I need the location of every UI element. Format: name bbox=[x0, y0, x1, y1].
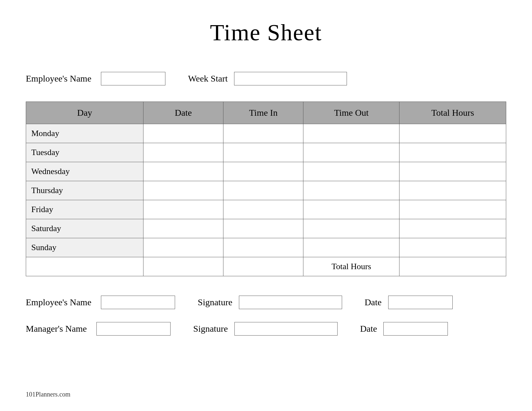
date-cell[interactable] bbox=[143, 143, 223, 162]
employee-sig-group: Signature bbox=[198, 296, 342, 309]
day-cell: Saturday bbox=[26, 219, 143, 238]
bottom-fields: Employee's Name Signature Date Manager's… bbox=[26, 296, 506, 336]
week-start-group: Week Start bbox=[188, 72, 347, 85]
timeout-cell[interactable] bbox=[303, 238, 399, 257]
employee-date-input[interactable] bbox=[388, 296, 453, 309]
employee-signature-label: Signature bbox=[198, 297, 232, 308]
timein-cell[interactable] bbox=[223, 238, 303, 257]
manager-signature-input[interactable] bbox=[234, 322, 338, 336]
manager-signature-label: Signature bbox=[193, 324, 228, 334]
table-row: Saturday bbox=[26, 219, 506, 238]
col-header-day: Day bbox=[26, 102, 143, 124]
employee-signature-input[interactable] bbox=[239, 296, 342, 309]
bottom-employee-name-input[interactable] bbox=[101, 296, 175, 309]
employee-date-label: Date bbox=[365, 297, 382, 308]
table-row: Tuesday bbox=[26, 143, 506, 162]
manager-date-group: Date bbox=[360, 322, 448, 336]
manager-sig-group: Signature bbox=[193, 322, 337, 336]
day-cell: Friday bbox=[26, 200, 143, 219]
week-start-input[interactable] bbox=[234, 72, 347, 85]
total-empty-3 bbox=[223, 257, 303, 276]
timeout-cell[interactable] bbox=[303, 162, 399, 181]
page: Time Sheet Employee's Name Week Start Da… bbox=[0, 0, 532, 411]
table-row: Monday bbox=[26, 124, 506, 143]
totalhours-cell[interactable] bbox=[399, 143, 506, 162]
week-start-label: Week Start bbox=[188, 73, 228, 84]
table-row: Sunday bbox=[26, 238, 506, 257]
timein-cell[interactable] bbox=[223, 181, 303, 200]
timeout-cell[interactable] bbox=[303, 124, 399, 143]
timeout-cell[interactable] bbox=[303, 219, 399, 238]
employee-date-group: Date bbox=[365, 296, 453, 309]
total-hours-value[interactable] bbox=[399, 257, 506, 276]
day-cell: Sunday bbox=[26, 238, 143, 257]
day-cell: Monday bbox=[26, 124, 143, 143]
col-header-timein: Time In bbox=[223, 102, 303, 124]
table-row: Friday bbox=[26, 200, 506, 219]
date-cell[interactable] bbox=[143, 162, 223, 181]
timein-cell[interactable] bbox=[223, 200, 303, 219]
bottom-employee-name-label: Employee's Name bbox=[26, 297, 91, 308]
page-title: Time Sheet bbox=[26, 19, 506, 46]
table-header-row: Day Date Time In Time Out Total Hours bbox=[26, 102, 506, 124]
totalhours-cell[interactable] bbox=[399, 124, 506, 143]
timeout-cell[interactable] bbox=[303, 200, 399, 219]
day-cell: Thursday bbox=[26, 181, 143, 200]
totalhours-cell[interactable] bbox=[399, 181, 506, 200]
col-header-totalhours: Total Hours bbox=[399, 102, 506, 124]
col-header-date: Date bbox=[143, 102, 223, 124]
day-cell: Tuesday bbox=[26, 143, 143, 162]
employee-name-input[interactable] bbox=[101, 72, 165, 85]
employee-signature-row: Employee's Name Signature Date bbox=[26, 296, 506, 309]
manager-signature-row: Manager's Name Signature Date bbox=[26, 322, 506, 336]
manager-name-input[interactable] bbox=[96, 322, 171, 336]
totalhours-cell[interactable] bbox=[399, 162, 506, 181]
date-cell[interactable] bbox=[143, 200, 223, 219]
day-cell: Wednesday bbox=[26, 162, 143, 181]
timeout-cell[interactable] bbox=[303, 181, 399, 200]
table-row: Wednesday bbox=[26, 162, 506, 181]
timein-cell[interactable] bbox=[223, 162, 303, 181]
table-row: Thursday bbox=[26, 181, 506, 200]
timein-cell[interactable] bbox=[223, 219, 303, 238]
timesheet-table: Day Date Time In Time Out Total Hours Mo… bbox=[26, 102, 506, 276]
totalhours-cell[interactable] bbox=[399, 200, 506, 219]
footer: 101Planners.com bbox=[26, 391, 70, 398]
total-empty-1 bbox=[26, 257, 143, 276]
col-header-timeout: Time Out bbox=[303, 102, 399, 124]
employee-name-label: Employee's Name bbox=[26, 73, 91, 84]
manager-date-input[interactable] bbox=[383, 322, 448, 336]
date-cell[interactable] bbox=[143, 238, 223, 257]
timein-cell[interactable] bbox=[223, 124, 303, 143]
total-empty-2 bbox=[143, 257, 223, 276]
manager-name-label: Manager's Name bbox=[26, 324, 87, 334]
date-cell[interactable] bbox=[143, 124, 223, 143]
header-fields: Employee's Name Week Start bbox=[26, 72, 506, 85]
totalhours-cell[interactable] bbox=[399, 219, 506, 238]
total-sum-row: Total Hours bbox=[26, 257, 506, 276]
totalhours-cell[interactable] bbox=[399, 238, 506, 257]
timeout-cell[interactable] bbox=[303, 143, 399, 162]
date-cell[interactable] bbox=[143, 181, 223, 200]
total-hours-label: Total Hours bbox=[303, 257, 399, 276]
manager-date-label: Date bbox=[360, 324, 377, 334]
timein-cell[interactable] bbox=[223, 143, 303, 162]
date-cell[interactable] bbox=[143, 219, 223, 238]
